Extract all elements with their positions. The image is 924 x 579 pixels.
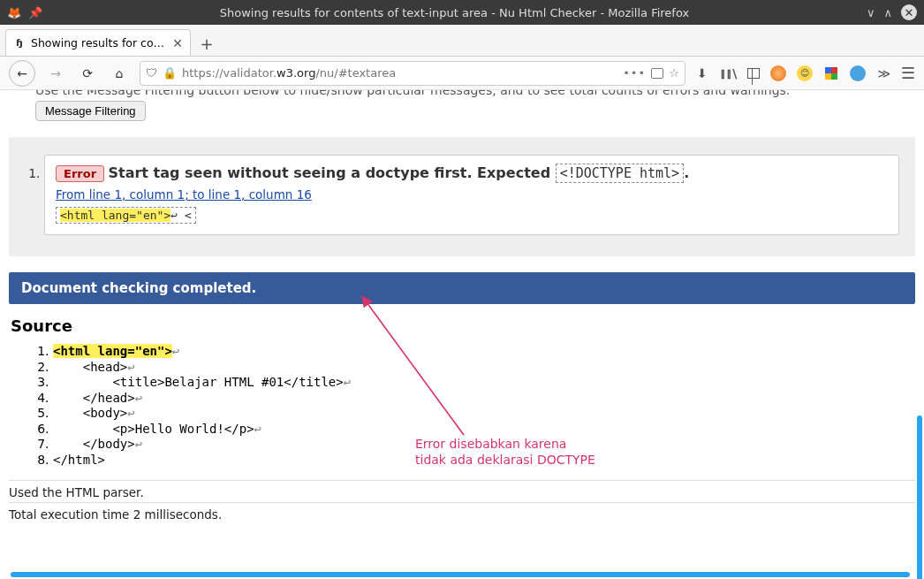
error-badge: Error <box>56 165 104 182</box>
source-line: <html lang="en">↩ <box>53 344 915 360</box>
browser-tab[interactable]: ɧ Showing results for contents of text-i… <box>5 29 191 56</box>
error-message: Start tag seen without seeing a doctype … <box>109 164 690 181</box>
reload-button[interactable]: ⟳ <box>76 62 99 85</box>
home-button[interactable]: ⌂ <box>108 62 131 85</box>
star-icon[interactable]: ☆ <box>669 66 679 80</box>
sidebar-icon[interactable] <box>747 68 760 79</box>
url-text: https://validator.w3.org/nu/#textarea <box>182 66 617 80</box>
meta-time: Total execution time 2 milliseconds. <box>9 502 915 524</box>
reader-icon[interactable] <box>651 68 663 79</box>
meta-info: Used the HTML parser. Total execution ti… <box>9 480 915 524</box>
source-line: <head>↩ <box>53 360 915 376</box>
window-maximize-icon[interactable]: ∧ <box>883 6 892 19</box>
meta-parser: Used the HTML parser. <box>9 480 915 502</box>
window-title: Showing results for contents of text-inp… <box>42 6 867 19</box>
completion-banner: Document checking completed. <box>9 272 915 304</box>
new-tab-button[interactable]: + <box>194 31 219 56</box>
lock-icon[interactable]: 🔒 <box>163 66 177 80</box>
error-location-link[interactable]: From line 1, column 1; to line 1, column… <box>56 187 312 202</box>
window-titlebar: 🦊 📌 Showing results for contents of text… <box>0 0 924 25</box>
overflow-icon[interactable]: ≫ <box>876 65 892 81</box>
intro-text: Use the Message Filtering button below t… <box>9 90 915 97</box>
source-heading: Source <box>11 316 915 335</box>
tab-favicon: ɧ <box>13 37 26 50</box>
source-line: <body>↩ <box>53 406 915 422</box>
ext-icon-3[interactable] <box>823 65 839 81</box>
error-card: Error Start tag seen without seeing a do… <box>44 155 899 235</box>
horizontal-scrollbar[interactable] <box>11 572 910 577</box>
tab-close-icon[interactable]: ✕ <box>172 36 183 50</box>
vertical-scrollbar[interactable] <box>917 415 922 579</box>
tab-bar: ɧ Showing results for contents of text-i… <box>0 25 924 57</box>
shield-icon[interactable]: 🛡 <box>146 66 157 80</box>
source-line: <title>Belajar HTML #01</title>↩ <box>53 375 915 391</box>
back-button[interactable]: ← <box>9 60 35 87</box>
window-close-icon[interactable]: ✕ <box>901 4 917 20</box>
pin-icon[interactable]: 📌 <box>28 6 42 19</box>
forward-button[interactable]: → <box>44 62 67 85</box>
navbar: ← → ⟳ ⌂ 🛡 🔒 https://validator.w3.org/nu/… <box>0 57 924 90</box>
hamburger-menu[interactable]: ☰ <box>901 64 915 82</box>
page-content: Use the Message Filtering button below t… <box>0 90 924 579</box>
ext-icon-2[interactable]: 😊 <box>797 65 813 81</box>
source-line: <p>Hello World!</p>↩ <box>53 422 915 438</box>
library-icon[interactable]: ⫿⫿\ <box>721 65 737 81</box>
source-line: </head>↩ <box>53 391 915 407</box>
results-panel: Error Start tag seen without seeing a do… <box>9 137 915 256</box>
url-bar[interactable]: 🛡 🔒 https://validator.w3.org/nu/#textare… <box>140 61 685 86</box>
ext-icon-4[interactable] <box>850 65 866 81</box>
result-item: Error Start tag seen without seeing a do… <box>44 155 899 235</box>
error-extract: <html lang="en">↩ < <box>56 207 196 224</box>
toolbar-icons: ⬇ ⫿⫿\ 😊 ≫ <box>694 65 892 81</box>
firefox-icon: 🦊 <box>7 6 21 19</box>
window-minimize-icon[interactable]: ∨ <box>867 6 875 19</box>
message-filtering-button[interactable]: Message Filtering <box>35 101 146 121</box>
download-icon[interactable]: ⬇ <box>694 65 710 81</box>
annotation-text: Error disebabkan karena tidak ada deklar… <box>415 437 595 468</box>
tab-label: Showing results for contents of text-inp… <box>31 36 167 50</box>
url-more-icon[interactable]: ••• <box>623 66 646 80</box>
ext-icon-1[interactable] <box>770 65 786 81</box>
